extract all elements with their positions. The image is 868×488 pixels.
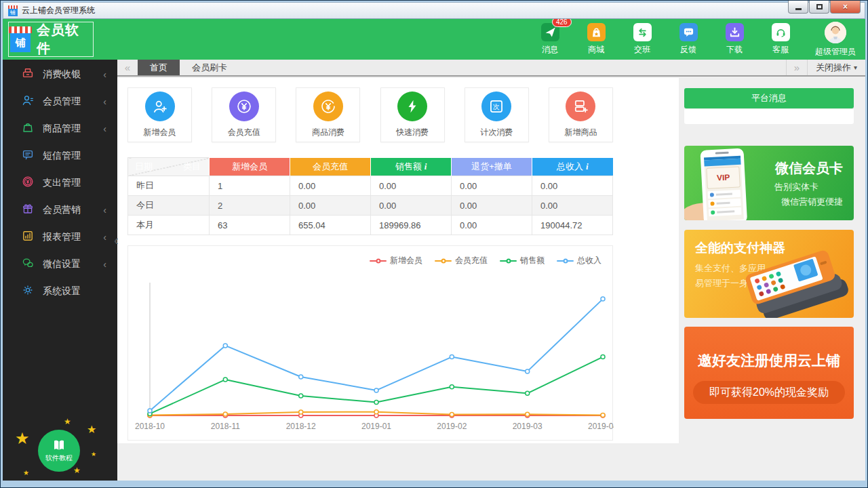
sidebar-item-label: 报表管理 xyxy=(43,231,81,243)
summary-table: 日期类目新增会员会员充值销售额i退货+撤单总收入i昨日10.000.000.00… xyxy=(127,157,613,235)
legend-marker-icon xyxy=(500,260,517,262)
sidebar-item-商品管理[interactable]: 商品管理‹ xyxy=(3,115,117,142)
action-计次消费[interactable]: 次计次消费 xyxy=(465,87,529,142)
sidebar-item-label: 消费收银 xyxy=(43,68,81,81)
goods-bag-icon xyxy=(22,121,43,136)
sidebar-item-消费收银[interactable]: 消费收银‹ xyxy=(3,61,117,88)
ad-line: 微信营销更便捷 xyxy=(781,196,843,208)
open-book-icon xyxy=(50,439,68,453)
action-label: 新增商品 xyxy=(564,127,597,138)
header-nav-label: 商城 xyxy=(588,44,604,56)
tab-bar: « 首页 会员刷卡 » 关闭操作 ▾ xyxy=(117,60,865,77)
header-admin-button[interactable]: 超级管理员 xyxy=(815,22,856,58)
tab-member-swipe[interactable]: 会员刷卡 xyxy=(180,60,239,75)
goods-consume-icon xyxy=(313,92,343,121)
table-cell: 0.00 xyxy=(290,196,371,216)
header-download-button[interactable]: 下载 xyxy=(723,23,746,56)
star-icon: ★ xyxy=(73,466,81,475)
row-label: 今日 xyxy=(128,196,210,216)
table-cell: 0.00 xyxy=(532,176,613,196)
sidebar-item-短信管理[interactable]: 短信管理 xyxy=(3,142,117,169)
close-button[interactable]: × xyxy=(830,1,861,14)
svg-text:次: 次 xyxy=(493,103,500,110)
action-快速消费[interactable]: 快速消费 xyxy=(380,87,445,142)
sidebar: 消费收银‹会员管理‹商品管理‹短信管理支出管理会员营销‹报表管理‹微信设置‹系统… xyxy=(3,60,117,481)
chevron-left-icon: ‹ xyxy=(103,69,106,80)
ad-line: 易管理于一身 xyxy=(695,277,748,289)
main-area: « 首页 会员刷卡 » 关闭操作 ▾ ‹ xyxy=(117,60,865,481)
sidebar-item-label: 商品管理 xyxy=(43,123,81,135)
right-panel: 平台消息 xyxy=(679,78,865,481)
action-label: 会员充值 xyxy=(228,127,260,138)
legend-item-总收入[interactable]: 总收入 xyxy=(557,255,601,266)
header-shift-button[interactable]: 交班 xyxy=(631,23,654,56)
storefront-icon: 铺 xyxy=(9,26,32,52)
software-tutorial-button[interactable]: 软件教程 xyxy=(38,430,80,472)
table-cell: 0.00 xyxy=(290,176,371,196)
legend-label: 总收入 xyxy=(577,255,601,266)
column-header-总收入: 总收入i xyxy=(532,158,613,176)
sidebar-item-系统设置[interactable]: 系统设置 xyxy=(3,278,117,305)
shopping-bag-icon xyxy=(587,23,606,41)
header-nav: 426消息商城交班反馈下载客服超级管理员 xyxy=(538,19,856,60)
sidebar-item-label: 微信设置 xyxy=(43,258,81,270)
svg-text:2018-12: 2018-12 xyxy=(286,422,316,431)
action-会员充值[interactable]: 会员充值 xyxy=(212,87,276,142)
table-corner-cell: 日期类目 xyxy=(128,158,210,176)
tabs-prev-button[interactable]: « xyxy=(117,60,138,75)
star-icon: ★ xyxy=(87,423,96,436)
sidebar-item-微信设置[interactable]: 微信设置‹ xyxy=(3,251,117,278)
header-support-button[interactable]: 客服 xyxy=(769,23,792,56)
minimize-button[interactable] xyxy=(788,1,808,14)
svg-text:VIP: VIP xyxy=(717,173,730,183)
quick-actions: 新增会员会员充值商品消费快速消费次计次消费新增商品 xyxy=(127,87,613,142)
header-mall-button[interactable]: 商城 xyxy=(585,23,608,56)
message-count-badge: 426 xyxy=(552,19,572,27)
platform-message-banner[interactable]: 平台消息 xyxy=(684,88,854,108)
header-messages-button[interactable]: 426消息 xyxy=(538,23,561,56)
report-chart-icon xyxy=(22,230,43,245)
svg-text:2018-10: 2018-10 xyxy=(135,422,165,431)
star-icon: ★ xyxy=(15,429,30,448)
expense-coin-icon xyxy=(22,176,43,190)
action-新增会员[interactable]: 新增会员 xyxy=(127,87,192,142)
sidebar-item-支出管理[interactable]: 支出管理 xyxy=(3,169,117,197)
maximize-button[interactable] xyxy=(809,1,829,14)
table-cell: 0.00 xyxy=(371,176,452,196)
phone-in-hand-illustration: VIP xyxy=(684,146,766,220)
action-label: 商品消费 xyxy=(312,127,344,138)
header-feedback-button[interactable]: 反馈 xyxy=(677,23,700,56)
sidebar-item-报表管理[interactable]: 报表管理‹ xyxy=(3,224,117,251)
action-商品消费[interactable]: 商品消费 xyxy=(296,87,360,142)
header-nav-label: 消息 xyxy=(542,44,558,56)
info-icon[interactable]: i xyxy=(425,161,427,172)
legend-item-新增会员[interactable]: 新增会员 xyxy=(370,255,422,266)
legend-label: 会员充值 xyxy=(455,255,488,266)
invite-reward-button[interactable]: 即可获得20%的现金奖励 xyxy=(693,381,845,404)
action-新增商品[interactable]: 新增商品 xyxy=(549,87,613,142)
add-goods-icon xyxy=(566,92,595,121)
close-icon: × xyxy=(843,2,848,12)
svg-text:2018-11: 2018-11 xyxy=(211,422,240,431)
tab-home[interactable]: 首页 xyxy=(138,60,180,75)
sidebar-item-会员营销[interactable]: 会员营销‹ xyxy=(3,197,117,224)
legend-item-会员充值[interactable]: 会员充值 xyxy=(435,255,488,266)
table-cell: 63 xyxy=(210,216,290,235)
table-cell: 0.00 xyxy=(371,196,452,216)
sidebar-collapse-arrow[interactable]: ‹ xyxy=(114,232,119,248)
action-label: 快速消费 xyxy=(396,127,429,138)
tabs-next-button[interactable]: » xyxy=(787,60,807,75)
table-row-昨日: 昨日10.000.000.000.00 xyxy=(128,176,613,196)
app-window: 铺 云上铺会员管理系统 × 铺 会员软件 426消息商城交班反馈下载客服超级管理… xyxy=(0,0,868,488)
close-operations-menu[interactable]: 关闭操作 ▾ xyxy=(807,60,865,75)
row-label: 本月 xyxy=(128,216,210,235)
info-icon[interactable]: i xyxy=(586,161,589,172)
ad-invite-friends[interactable]: 邀好友注册使用云上铺 即可获得20%的现金奖励 xyxy=(684,327,854,419)
app-logo: 铺 会员软件 xyxy=(8,22,94,57)
ad-payment-terminal[interactable]: 全能的支付神器 集全支付、多应用 易管理于一身 xyxy=(684,230,854,318)
chart-legend: 新增会员会员充值销售额总收入 xyxy=(370,255,601,266)
legend-item-销售额[interactable]: 销售额 xyxy=(500,255,545,266)
sidebar-item-会员管理[interactable]: 会员管理‹ xyxy=(3,88,117,115)
column-header-新增会员: 新增会员 xyxy=(210,158,290,176)
ad-wechat-member-card[interactable]: VIP 微信会员卡 告别实体卡 微信营销更便捷 xyxy=(684,146,854,220)
